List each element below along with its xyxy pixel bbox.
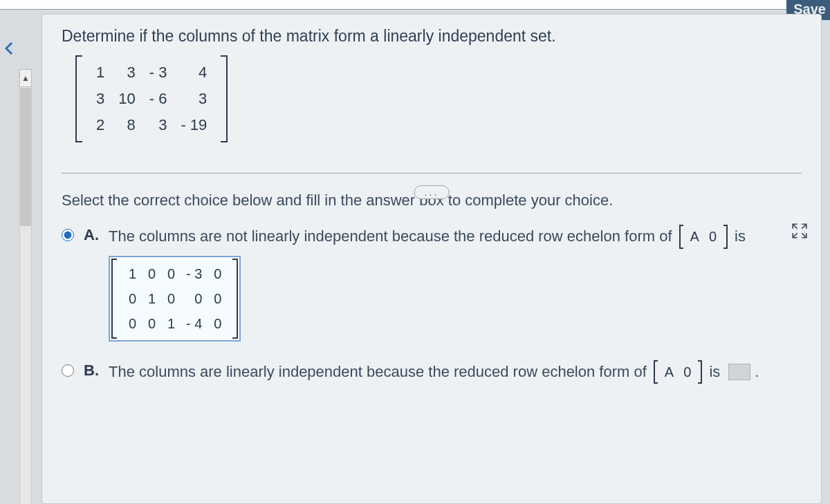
choice-b-label: B.	[84, 362, 99, 380]
question-panel: Determine if the columns of the matrix f…	[42, 14, 822, 504]
choice-b-text-before: The columns are linearly independent bec…	[109, 362, 647, 383]
m-2-1: 8	[111, 112, 142, 138]
choice-b-text-after: is	[709, 362, 720, 383]
bracket-right	[221, 55, 228, 142]
a-1-1: 1	[142, 286, 161, 311]
choice-a-text-after: is	[735, 226, 746, 248]
m-0-1: 3	[111, 59, 142, 86]
inline-b-1: 0	[681, 364, 694, 380]
back-arrow-icon[interactable]	[1, 35, 18, 62]
choice-a: A. The columns are not linearly independ…	[62, 225, 802, 345]
inline-matrix-b: A 0	[654, 360, 703, 384]
a-1-0: 0	[122, 286, 142, 311]
choice-a-label: A.	[84, 226, 99, 244]
a-1-4: 0	[208, 286, 227, 311]
m-1-1: 10	[111, 86, 142, 112]
inline-a-1: 0	[706, 229, 719, 244]
a-0-2: 0	[161, 261, 181, 286]
m-1-3: 3	[174, 86, 214, 112]
a-2-4: 0	[208, 311, 227, 336]
m-1-0: 3	[89, 86, 111, 112]
a-2-3: - 4	[181, 311, 208, 336]
top-bar	[0, 0, 830, 10]
m-0-2: - 3	[142, 59, 174, 86]
expand-icon[interactable]	[791, 222, 809, 240]
separator	[62, 173, 802, 174]
m-0-0: 1	[89, 59, 111, 86]
inline-matrix-a: A 0	[679, 225, 728, 249]
a-0-0: 1	[122, 261, 142, 286]
choice-a-text-before: The columns are not linearly independent…	[109, 226, 672, 248]
a-0-3: - 3	[181, 261, 208, 286]
m-0-3: 4	[174, 59, 214, 86]
ellipsis-badge[interactable]: ...	[414, 185, 450, 199]
scrollbar-thumb[interactable]	[20, 88, 31, 226]
m-2-0: 2	[89, 112, 111, 138]
m-2-2: 3	[142, 112, 174, 138]
a-0-1: 0	[142, 261, 161, 286]
a-0-4: 0	[208, 261, 227, 286]
question-text: Determine if the columns of the matrix f…	[62, 27, 802, 46]
inline-b-0: A	[662, 364, 676, 380]
scroll-up-button[interactable]: ▲	[19, 69, 32, 87]
choice-b: B. The columns are linearly independent …	[62, 360, 802, 384]
radio-a[interactable]	[62, 229, 74, 241]
a-2-0: 0	[122, 311, 142, 336]
a-1-2: 0	[161, 286, 181, 311]
answer-matrix-a[interactable]: 1 0 0 - 3 0 0 1 0 0 0 0	[109, 256, 241, 342]
period: .	[755, 362, 759, 383]
bracket-left	[75, 55, 82, 142]
a-1-3: 0	[181, 286, 208, 311]
answer-blank-b[interactable]	[728, 364, 750, 380]
m-2-3: - 19	[174, 112, 214, 138]
radio-b[interactable]	[62, 364, 74, 377]
a-2-2: 1	[161, 311, 181, 336]
m-1-2: - 6	[142, 86, 174, 112]
inline-a-0: A	[688, 229, 702, 244]
given-matrix: 1 3 - 3 4 3 10 - 6 3 2 8 3 - 19	[75, 55, 228, 142]
a-2-1: 0	[142, 311, 161, 336]
